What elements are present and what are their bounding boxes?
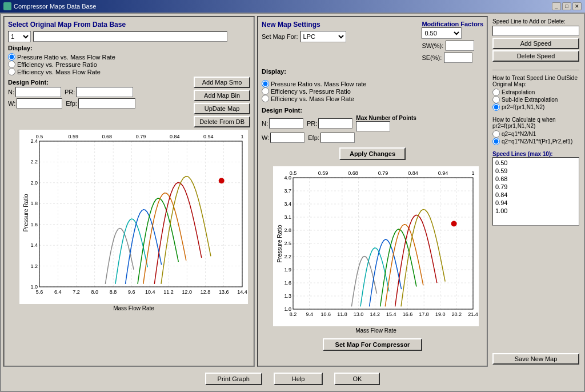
right-efp-input[interactable]: 0.90 bbox=[320, 133, 355, 143]
w-input-left[interactable]: 13.73 bbox=[17, 98, 62, 109]
speed-lines-list: 0.50 0.59 0.68 0.79 0.84 0.94 1.00 bbox=[492, 157, 579, 226]
pr2-f-label: pr2=f(pr1,N1,N2) bbox=[492, 123, 579, 129]
right-chart-x-label: Mass Flow Rate bbox=[273, 327, 479, 334]
close-button[interactable]: ✕ bbox=[572, 2, 582, 10]
speed-line-item-6: 0.94 bbox=[494, 199, 578, 207]
speed-line-item-2: 0.59 bbox=[494, 167, 578, 175]
sw-input[interactable]: 0 bbox=[446, 41, 474, 51]
right-radio-label-1: Pressure Ratio vs. Mass Flow rate bbox=[271, 81, 367, 87]
right-pr-input[interactable]: 3 bbox=[318, 118, 352, 129]
radio-pr2[interactable] bbox=[492, 103, 500, 111]
main-window: Select Original Map From Data Base 1 3 S… bbox=[0, 13, 585, 392]
speed-line-item-7: 1.00 bbox=[494, 207, 578, 215]
right-display-radio: Pressure Ratio vs. Mass Flow rate Effici… bbox=[262, 80, 483, 102]
map-number-select[interactable]: 1 bbox=[8, 31, 31, 42]
right-display-label: Display: bbox=[262, 68, 286, 75]
speed-line-item-5: 0.84 bbox=[494, 191, 578, 199]
maximize-button[interactable]: □ bbox=[562, 2, 571, 10]
pr-input-left[interactable]: 1.943029404 bbox=[76, 87, 133, 97]
speed-line-item-3: 0.68 bbox=[494, 175, 578, 183]
update-map-button[interactable]: UpDate Map bbox=[194, 103, 250, 114]
radio-label-3: Efficiency vs. Mass Flow Rate bbox=[17, 69, 101, 75]
radio-extrapolation[interactable] bbox=[492, 89, 500, 96]
right-radio-label-2: Efficiency vs. Pressure Ratio bbox=[271, 88, 351, 95]
right-panel: New Map Settings Set Map For: LPCHPCFan … bbox=[257, 16, 488, 367]
right-efp-label: Efp: bbox=[308, 134, 319, 141]
right-chart-y-label: Pressure Ratio bbox=[277, 225, 283, 262]
max-points-label: Max Number of Points bbox=[356, 115, 416, 121]
pr-label-left: PR: bbox=[65, 89, 75, 95]
right-pr-label: PR: bbox=[307, 120, 317, 127]
set-map-for-label: Set Map For: bbox=[262, 33, 298, 40]
w-label-left: W: bbox=[8, 100, 15, 107]
speed-line-input[interactable]: 1 bbox=[492, 26, 579, 36]
right-w-label: W: bbox=[262, 134, 269, 141]
left-chart-canvas bbox=[19, 130, 248, 304]
delete-speed-button[interactable]: Delete Speed bbox=[492, 50, 579, 62]
set-map-for-select[interactable]: LPCHPCFan bbox=[300, 31, 346, 42]
bottom-bar: Print Graph Help OK bbox=[3, 369, 582, 389]
map-name-input[interactable]: 3 Stage Axial Compressor IGTC99 Kobe TS-… bbox=[33, 31, 227, 42]
add-map-smo-button[interactable]: Add Map Smo bbox=[194, 77, 250, 88]
display-radio-group: Pressure Ratio vs. Mass Flow Rate Effici… bbox=[8, 53, 250, 75]
left-chart-x-label: Mass Flow Rate bbox=[19, 305, 248, 311]
radio-pr-flow[interactable] bbox=[8, 53, 15, 61]
minimize-button[interactable]: _ bbox=[552, 2, 561, 10]
set-map-button[interactable]: Set Map For Compressor bbox=[323, 338, 423, 351]
efp-label-left: Efp: bbox=[66, 100, 77, 107]
sub-idle-label: Sub-Idle Extrapolation bbox=[502, 97, 558, 103]
apply-changes-button[interactable]: Apply Changes bbox=[339, 147, 406, 160]
print-graph-button[interactable]: Print Graph bbox=[205, 373, 262, 385]
calc-q-label: How to Calculate q when bbox=[492, 117, 579, 123]
radio-label-1: Pressure Ratio vs. Mass Flow Rate bbox=[17, 54, 115, 61]
speed-lines-max-label: Speed Lines (max 10): bbox=[492, 151, 579, 157]
n-label-left: N: bbox=[8, 89, 14, 95]
treat-label: How to Treat Speed Line OutSide Original… bbox=[492, 75, 579, 87]
right-radio-label-3: Efficiency vs. Mass Flow Rate bbox=[271, 95, 354, 102]
right-radio-eff-pr[interactable] bbox=[262, 87, 269, 95]
help-button[interactable]: Help bbox=[274, 373, 323, 385]
right-radio-eff-flow[interactable] bbox=[262, 95, 269, 102]
mod-factor-select[interactable]: 0.500.600.70 bbox=[422, 27, 462, 39]
radio-sub-idle[interactable] bbox=[492, 96, 500, 103]
se-input[interactable]: 0 bbox=[444, 53, 472, 63]
speed-line-item-4: 0.79 bbox=[494, 183, 578, 191]
radio-eff-flow[interactable] bbox=[8, 68, 15, 75]
right-radio-pr-flow[interactable] bbox=[262, 80, 269, 87]
radio-q2-eq2[interactable] bbox=[492, 138, 500, 145]
right-w-input[interactable]: 20 bbox=[270, 133, 304, 143]
window-title: Compressor Maps Data Base bbox=[14, 3, 96, 10]
pr2-label: pr2=f(pr1,N1,N2) bbox=[502, 104, 544, 110]
max-points-input[interactable]: 10 bbox=[356, 121, 390, 131]
speed-line-add-label: Speed Line to Add or Delete: bbox=[492, 18, 579, 25]
n-input-left[interactable]: 1 bbox=[15, 87, 61, 97]
right-panel-title: New Map Settings bbox=[262, 21, 346, 29]
add-map-bin-button[interactable]: Add Map Bin bbox=[194, 90, 250, 101]
mod-factors-title: Modification Factors bbox=[422, 21, 483, 27]
right-chart-canvas bbox=[273, 166, 479, 326]
app-icon bbox=[3, 2, 11, 10]
right-n-input[interactable]: 1 bbox=[269, 118, 303, 129]
radio-q2-eq1[interactable] bbox=[492, 130, 500, 138]
q2-eq2-label: q2=q1*N2/N1*f(Pr1,Pr2,ef1) bbox=[502, 138, 572, 145]
radio-eff-pr[interactable] bbox=[8, 61, 15, 68]
left-panel: Select Original Map From Data Base 1 3 S… bbox=[3, 16, 255, 367]
right-n-label: N: bbox=[262, 120, 268, 127]
efp-input-left[interactable]: 0.909010649 bbox=[78, 98, 135, 109]
right-chart-wrapper: Pressure Ratio Mass Flow Rate bbox=[262, 166, 483, 334]
radio-label-2: Efficiency vs. Pressure Ratio bbox=[17, 61, 97, 68]
title-bar: Compressor Maps Data Base _ □ ✕ bbox=[0, 0, 585, 13]
q2-eq1-label: q2=q1*N2/N1 bbox=[502, 131, 536, 137]
display-label: Display: bbox=[8, 45, 33, 51]
left-panel-title: Select Original Map From Data Base bbox=[8, 21, 250, 29]
left-chart-wrapper: Pressure Ratio Mass Flow Rate bbox=[8, 130, 248, 311]
left-chart-y-label: Pressure Ratio bbox=[23, 194, 29, 231]
ok-button[interactable]: OK bbox=[334, 373, 380, 385]
design-point-label: Design Point: bbox=[8, 79, 49, 86]
sw-label: SW(%): bbox=[422, 42, 443, 49]
add-speed-button[interactable]: Add Speed bbox=[492, 38, 579, 49]
delete-from-db-button[interactable]: Delete From DB bbox=[194, 116, 250, 127]
sidebar: Speed Line to Add or Delete: 1 Add Speed… bbox=[490, 16, 582, 367]
save-new-map-button[interactable]: Save New Map bbox=[492, 353, 579, 365]
extrapolation-label: Extrapolation bbox=[502, 89, 535, 95]
